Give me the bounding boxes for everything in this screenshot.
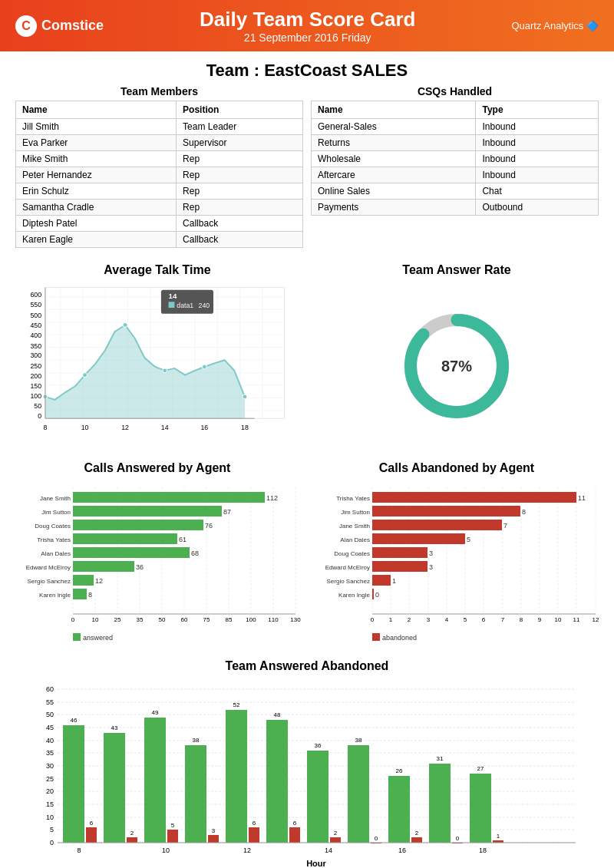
- svg-text:2: 2: [415, 830, 419, 837]
- svg-text:50: 50: [34, 403, 41, 411]
- svg-rect-47: [73, 492, 265, 503]
- svg-rect-83: [73, 633, 81, 641]
- svg-rect-184: [266, 720, 288, 843]
- svg-text:18: 18: [241, 424, 249, 431]
- svg-rect-53: [73, 533, 177, 544]
- svg-text:3: 3: [427, 616, 431, 623]
- tables-section: Team Members Name Position Jill SmithTea…: [0, 85, 614, 256]
- svg-text:1: 1: [389, 616, 393, 623]
- svg-text:26: 26: [396, 767, 403, 774]
- svg-text:400: 400: [30, 332, 41, 339]
- svg-rect-196: [388, 776, 410, 843]
- table-row: Erin SchulzRep: [16, 183, 303, 200]
- svg-rect-178: [208, 835, 219, 843]
- svg-text:Edward McElroy: Edward McElroy: [26, 564, 71, 571]
- svg-text:35: 35: [137, 616, 144, 623]
- svg-rect-198: [411, 837, 422, 843]
- svg-text:4: 4: [445, 616, 449, 623]
- svg-text:112: 112: [266, 494, 278, 502]
- svg-text:2: 2: [408, 616, 411, 623]
- svg-text:250: 250: [30, 362, 41, 370]
- calls-abandoned-title: Calls Abandoned by Agent: [307, 461, 606, 480]
- svg-text:14: 14: [325, 847, 332, 854]
- svg-text:75: 75: [203, 616, 210, 623]
- svg-text:130: 130: [290, 616, 301, 623]
- svg-text:6: 6: [253, 820, 256, 827]
- svg-text:0: 0: [456, 835, 460, 842]
- svg-text:9: 9: [538, 616, 542, 623]
- calls-answered-svg: 112 87 76 61 68 36 12 8 Jane Smith Jim S…: [8, 480, 307, 649]
- svg-text:0: 0: [38, 412, 41, 420]
- donut-container: 87%: [307, 282, 606, 451]
- bottom-chart: Team Answered Abandoned 0 5 10 15 20 25 …: [0, 652, 614, 868]
- svg-text:14: 14: [161, 424, 169, 431]
- svg-text:85: 85: [226, 616, 233, 623]
- page-header: C Comstice Daily Team Score Card 21 Sept…: [0, 0, 614, 51]
- logo: C Comstice: [15, 15, 104, 37]
- svg-rect-204: [470, 774, 491, 843]
- calls-abandoned-block: Calls Abandoned by Agent 11 8 7: [307, 461, 606, 652]
- svg-rect-192: [348, 745, 369, 843]
- svg-rect-59: [73, 575, 94, 586]
- svg-text:0: 0: [375, 835, 378, 842]
- donut-wrapper: 87%: [395, 305, 518, 427]
- svg-text:40: 40: [46, 737, 54, 744]
- svg-text:10: 10: [46, 814, 54, 821]
- svg-text:5: 5: [171, 822, 175, 829]
- table-row: Diptesh PatelCallback: [16, 216, 303, 232]
- svg-rect-172: [144, 718, 166, 843]
- team-members-table: Name Position Jill SmithTeam LeaderEva P…: [15, 101, 303, 248]
- svg-text:46: 46: [71, 717, 78, 724]
- svg-rect-29: [169, 302, 175, 308]
- svg-text:49: 49: [152, 709, 159, 716]
- svg-rect-112: [372, 589, 374, 599]
- quartz-logo: Quartz Analytics 🔷: [511, 20, 599, 31]
- svg-point-23: [123, 323, 127, 328]
- table-row: Peter HernandezRep: [16, 167, 303, 183]
- svg-text:14: 14: [169, 292, 177, 300]
- svg-text:data1: data1: [177, 302, 193, 309]
- svg-text:43: 43: [111, 724, 118, 731]
- svg-text:Alan Dales: Alan Dales: [340, 536, 370, 543]
- svg-text:350: 350: [30, 342, 41, 350]
- charts-row-1: Average Talk Time 0 50 100 150 200 250 3…: [0, 256, 614, 454]
- svg-text:0: 0: [375, 591, 379, 599]
- svg-text:48: 48: [274, 711, 281, 718]
- svg-rect-55: [73, 547, 190, 558]
- avg-talk-time-block: Average Talk Time 0 50 100 150 200 250 3…: [8, 263, 307, 454]
- csqs-block: CSQs Handled Name Type General-SalesInbo…: [311, 85, 599, 248]
- svg-text:11: 11: [578, 494, 586, 502]
- svg-text:Jim Sutton: Jim Sutton: [341, 509, 370, 516]
- svg-rect-188: [307, 751, 328, 843]
- svg-text:52: 52: [233, 701, 240, 708]
- svg-text:Hour: Hour: [306, 859, 326, 868]
- svg-text:18: 18: [479, 847, 487, 854]
- svg-rect-168: [104, 733, 125, 843]
- header-date: 21 September 2016 Friday: [104, 31, 511, 44]
- avg-talk-title: Average Talk Time: [8, 263, 307, 282]
- svg-text:0: 0: [50, 839, 54, 847]
- calls-answered-title: Calls Answered by Agent: [8, 461, 307, 480]
- svg-text:8: 8: [520, 616, 523, 623]
- answer-rate-block: Team Answer Rate 87%: [307, 263, 606, 454]
- svg-text:61: 61: [179, 536, 187, 543]
- svg-text:87: 87: [223, 508, 231, 516]
- svg-text:600: 600: [30, 291, 41, 299]
- svg-text:10: 10: [162, 847, 170, 854]
- svg-text:2: 2: [334, 830, 338, 837]
- svg-text:3: 3: [429, 563, 433, 571]
- table-row: ReturnsInbound: [312, 135, 599, 151]
- svg-text:Karen Ingle: Karen Ingle: [39, 592, 71, 599]
- svg-rect-200: [429, 764, 451, 843]
- svg-text:6: 6: [90, 820, 94, 827]
- answer-rate-title: Team Answer Rate: [307, 263, 606, 282]
- svg-text:25: 25: [114, 616, 121, 623]
- svg-text:3: 3: [429, 550, 433, 557]
- svg-text:8: 8: [88, 591, 92, 599]
- svg-rect-49: [73, 506, 222, 517]
- svg-text:45: 45: [46, 724, 54, 731]
- svg-rect-174: [167, 830, 178, 843]
- svg-text:10: 10: [92, 616, 99, 623]
- table-row: Eva ParkerSupervisor: [16, 135, 303, 151]
- svg-text:3: 3: [212, 827, 216, 834]
